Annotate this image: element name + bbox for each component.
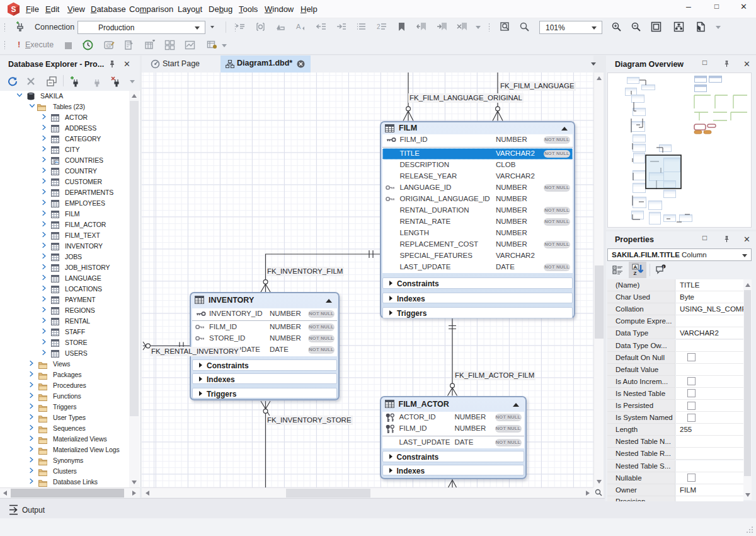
svg-text:A: A: [296, 23, 301, 30]
svg-text:2: 2: [377, 23, 381, 30]
svg-text:@: @: [106, 42, 112, 49]
svg-text:Z: Z: [634, 271, 637, 276]
svg-text:A: A: [634, 264, 638, 270]
svg-text:S: S: [11, 5, 16, 14]
